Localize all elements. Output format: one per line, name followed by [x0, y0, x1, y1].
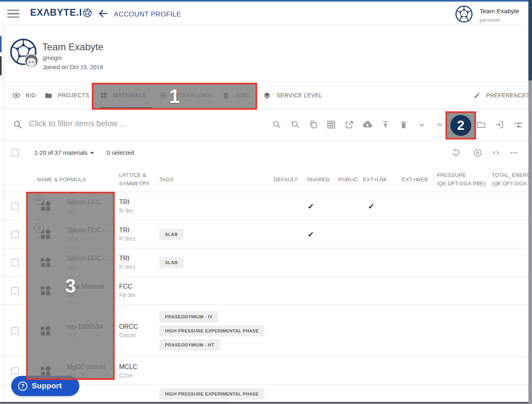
row-checkbox[interactable] [11, 367, 19, 375]
col-tags[interactable]: TAGS [159, 176, 174, 184]
table-row-partial[interactable]: HIGH PRESSURE EXPERIMENTAL PHASE [0, 385, 532, 404]
filter-input[interactable]: Click to filter items below ... [29, 119, 254, 128]
profile-joined-date: Joined on Oct 15, 2018 [43, 64, 103, 70]
col-default[interactable]: DEFAULT [274, 176, 298, 184]
chevron-up-icon[interactable] [435, 120, 445, 129]
annotation-box-1: 1 [92, 83, 257, 110]
account-avatar[interactable] [455, 5, 473, 23]
left-edge-artifact-dark [0, 56, 2, 75]
dropdown-caret-icon[interactable] [90, 152, 94, 154]
pagination-summary[interactable]: 1-20 of 37 materials [34, 149, 88, 156]
profile-header: Team Exabyte gmogni Joined on Oct 15, 20… [0, 25, 528, 82]
shared-check-icon: ✓ [300, 201, 322, 211]
more-options-icon[interactable] [509, 148, 519, 158]
left-edge-line [4, 25, 4, 402]
layers-icon [263, 91, 271, 100]
help-icon: ? [18, 381, 27, 391]
code-icon[interactable] [491, 148, 501, 158]
tab-bio-label: BIO [26, 92, 36, 98]
row-checkbox[interactable] [11, 230, 19, 238]
col-public[interactable]: PUBLIC [338, 176, 358, 184]
tab-bio[interactable]: BIO [12, 82, 36, 108]
col-pressure[interactable]: PRESSURE (QE:DFT:GGA:PBE) [437, 171, 486, 188]
tag-chip: HIGH PRESSURE EXPERIMENTAL PHASE [159, 388, 264, 400]
row-checkbox[interactable] [11, 202, 19, 210]
col-shared[interactable]: SHARED [307, 176, 330, 184]
lattice-type: FCC [119, 283, 135, 290]
tag-chip: PRASEODYMIUM - HT [159, 339, 220, 351]
account-name: Team Exabyte [480, 8, 519, 15]
annotation-label-3: 3 [65, 275, 76, 297]
table-header: NAME & FORMULA LATTICE & SYMMETRY TAGS D… [0, 165, 532, 192]
col-ext-web[interactable]: EXT+WEB [402, 176, 428, 184]
eye-icon [12, 91, 21, 100]
bottom-edge-strip [0, 402, 528, 404]
col-name-formula[interactable]: NAME & FORMULA [37, 176, 86, 184]
lattice-type: ORCC [119, 323, 138, 330]
brand-logo[interactable]: EXΛBYTE.I [30, 7, 92, 18]
tab-service-level-label: SERVICE LEVEL [276, 92, 322, 98]
tag-chip: SLAB [159, 257, 184, 268]
support-label: Support [32, 381, 62, 390]
symmetry-group: Cmcm [119, 332, 138, 338]
tag-chip: SLAB [159, 229, 184, 240]
shared-check-icon: ✓ [300, 230, 322, 239]
tab-projects[interactable]: PROJECTS [44, 82, 89, 108]
lattice-type: TRI [119, 227, 136, 234]
row-checkbox[interactable] [11, 327, 19, 334]
folder-icon[interactable] [476, 120, 486, 129]
row-checkbox[interactable] [11, 258, 19, 266]
symmetry-group: C2/m [119, 372, 137, 379]
lattice-type: MCLC [119, 363, 137, 371]
profile-username: gmogni [43, 55, 62, 61]
app-bar: EXΛBYTE.I ACCOUNT PROFILE Team Exabyte p… [0, 2, 528, 25]
grid-icon[interactable] [326, 120, 336, 129]
annotation-box-3: 3 [26, 192, 115, 380]
copy-icon[interactable] [309, 120, 318, 129]
select-all-checkbox[interactable] [11, 149, 19, 156]
right-edge-scrollbar[interactable] [528, 80, 532, 404]
account-type: personal [480, 17, 500, 23]
symmetry-group: R-3m [119, 207, 133, 214]
folder-icon [44, 91, 53, 100]
symmetry-group: P-3m1 [119, 264, 136, 270]
symmetry-group: Fd-3m [119, 292, 135, 298]
search-icon[interactable] [272, 120, 282, 129]
brand-text: EXΛBYTE.I [30, 7, 82, 18]
molecule-o-icon [83, 8, 92, 17]
cloud-upload-icon[interactable] [363, 120, 372, 129]
chevron-down-icon[interactable] [417, 120, 427, 129]
pencil-icon [473, 92, 481, 99]
annotation-box-2: 2 [445, 111, 476, 139]
tab-preferences-label: PREFERENCES [486, 92, 530, 98]
open-in-new-icon[interactable] [344, 120, 354, 129]
selected-count: 0 selected [107, 149, 134, 156]
page-title: ACCOUNT PROFILE [114, 10, 181, 18]
back-arrow-icon[interactable] [98, 8, 109, 19]
delete-icon[interactable] [399, 120, 408, 129]
selection-bar: 1-20 of 37 materials 0 selected [0, 141, 528, 165]
col-ext-lnk[interactable]: EXT+LNK [363, 176, 387, 184]
pause-icon[interactable] [473, 148, 483, 158]
search-again-icon[interactable] [290, 120, 300, 129]
left-edge-artifact-blue [0, 36, 2, 52]
lattice-type: TRI [119, 255, 136, 262]
lattice-type: TRI [119, 199, 133, 206]
annotation-label-1: 1 [169, 85, 180, 107]
tab-preferences[interactable]: PREFERENCES [473, 82, 530, 108]
profile-name: Team Exabyte [42, 41, 103, 53]
add-collaborators-icon[interactable] [513, 120, 523, 129]
search-icon [13, 120, 23, 129]
tabs-bar: BIO PROJECTS MATERIALS WORKFLOWS JOBS SE… [0, 82, 528, 109]
move-to-icon[interactable] [495, 120, 504, 129]
tab-service-level[interactable]: SERVICE LEVEL [263, 82, 322, 108]
upload-icon[interactable] [381, 120, 390, 129]
ext-lnk-check-icon: ✓ [360, 201, 382, 211]
annotation-label-2: 2 [450, 115, 471, 136]
row-checkbox[interactable] [11, 287, 19, 294]
refresh-icon[interactable] [451, 148, 461, 158]
menu-icon[interactable] [7, 8, 19, 19]
col-total-energy[interactable]: TOTAL_ENERGY (QE:DFT:GGA:PBE) [492, 171, 530, 188]
col-lattice[interactable]: LATTICE & SYMMETRY [119, 171, 150, 188]
tag-chip: HIGH PRESSURE EXPERIMENTAL PHASE [159, 325, 264, 336]
